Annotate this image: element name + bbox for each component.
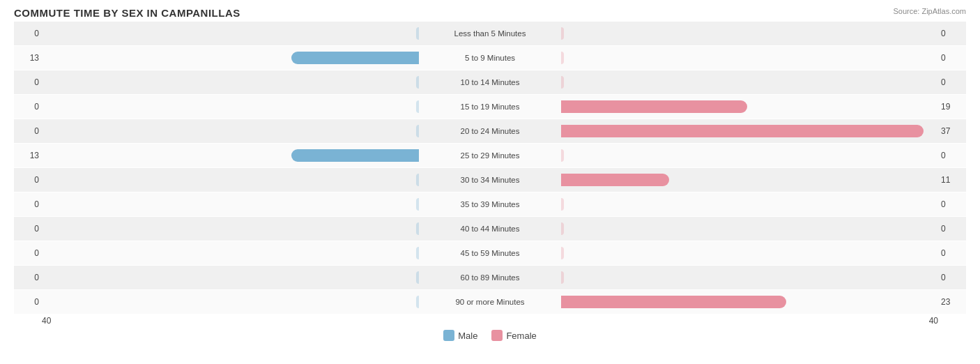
female-value: 0 [938, 248, 966, 258]
female-bar-area [560, 271, 938, 284]
row-label: 35 to 39 Minutes [420, 200, 560, 208]
bars-section: 20 to 24 Minutes [42, 119, 938, 143]
male-value: 0 [14, 297, 42, 307]
male-bar [416, 27, 419, 40]
female-bar [561, 222, 564, 235]
male-bar [291, 149, 419, 162]
row-label: 25 to 29 Minutes [420, 151, 560, 160]
chart-row: 0 20 to 24 Minutes 37 [14, 119, 966, 143]
chart-row: 0 35 to 39 Minutes 0 [14, 192, 966, 216]
chart-area: 0 Less than 5 Minutes 0 13 5 to 9 Minute… [14, 22, 966, 314]
male-value: 0 [14, 29, 42, 38]
female-color-box [491, 330, 503, 341]
legend-female: Female [491, 330, 536, 341]
female-value: 11 [938, 175, 966, 185]
chart-row: 0 10 to 14 Minutes 0 [14, 70, 966, 94]
legend-male: Male [443, 330, 477, 341]
female-value: 0 [938, 151, 966, 160]
female-bar-area [560, 52, 938, 64]
female-value: 0 [938, 77, 966, 87]
female-value: 0 [938, 53, 966, 63]
male-bar-area [42, 52, 420, 64]
row-label: 20 to 24 Minutes [420, 127, 560, 135]
chart-row: 0 45 to 59 Minutes 0 [14, 241, 966, 265]
female-value: 0 [938, 29, 966, 38]
row-label: 40 to 44 Minutes [420, 225, 560, 233]
female-bar-area [560, 27, 938, 40]
bars-section: 5 to 9 Minutes [42, 46, 938, 70]
row-label: 10 to 14 Minutes [420, 78, 560, 86]
female-bar-area [560, 222, 938, 235]
bars-section: 90 or more Minutes [42, 290, 938, 314]
female-bar [561, 149, 564, 162]
chart-row: 13 25 to 29 Minutes 0 [14, 144, 966, 167]
male-value: 0 [14, 273, 42, 282]
chart-row: 13 5 to 9 Minutes 0 [14, 46, 966, 70]
axis-right-value: 40 [929, 316, 938, 326]
male-bar-area [42, 174, 420, 186]
female-bar-area [560, 76, 938, 89]
bars-section: 15 to 19 Minutes [42, 95, 938, 119]
female-bar [561, 100, 747, 113]
female-value: 0 [938, 224, 966, 234]
male-bar-area [42, 100, 420, 113]
female-bar [561, 52, 564, 64]
male-value: 0 [14, 224, 42, 234]
female-value: 0 [938, 273, 966, 282]
female-bar [561, 198, 564, 211]
row-label: 90 or more Minutes [420, 298, 560, 306]
chart-row: 0 90 or more Minutes 23 [14, 290, 966, 314]
chart-row: 0 15 to 19 Minutes 19 [14, 95, 966, 119]
male-bar-area [42, 76, 420, 89]
male-bar [416, 198, 419, 211]
male-bar-area [42, 149, 420, 162]
chart-row: 0 30 to 34 Minutes 11 [14, 168, 966, 192]
row-label: 5 to 9 Minutes [420, 54, 560, 62]
male-value: 0 [14, 126, 42, 136]
bars-section: 40 to 44 Minutes [42, 217, 938, 241]
male-bar-area [42, 198, 420, 211]
male-color-box [443, 330, 454, 341]
female-bar-area [560, 247, 938, 259]
male-bar-area [42, 222, 420, 235]
female-value: 37 [938, 126, 966, 136]
male-bar [416, 76, 419, 89]
male-bar [416, 296, 419, 308]
female-bar [561, 27, 564, 40]
bars-section: 45 to 59 Minutes [42, 241, 938, 265]
female-bar-area [560, 198, 938, 211]
male-value: 0 [14, 102, 42, 112]
bars-section: 30 to 34 Minutes [42, 168, 938, 192]
row-label: 30 to 34 Minutes [420, 176, 560, 184]
male-value: 13 [14, 151, 42, 160]
bars-section: Less than 5 Minutes [42, 22, 938, 45]
row-label: 45 to 59 Minutes [420, 249, 560, 257]
female-bar-area [560, 296, 938, 308]
female-value: 19 [938, 102, 966, 112]
female-bar [561, 125, 924, 137]
row-label: 15 to 19 Minutes [420, 103, 560, 111]
male-value: 0 [14, 248, 42, 258]
female-bar-area [560, 100, 938, 113]
bars-section: 10 to 14 Minutes [42, 70, 938, 94]
chart-row: 0 60 to 89 Minutes 0 [14, 266, 966, 289]
female-bar [561, 271, 564, 284]
bars-section: 35 to 39 Minutes [42, 192, 938, 216]
female-bar [561, 296, 786, 308]
male-bar [416, 125, 419, 137]
chart-row: 0 40 to 44 Minutes 0 [14, 217, 966, 241]
male-bar-area [42, 296, 420, 308]
axis-left-value: 40 [42, 316, 51, 326]
male-value: 0 [14, 175, 42, 185]
male-bar [416, 271, 419, 284]
female-bar-area [560, 149, 938, 162]
legend: Male Female [14, 330, 966, 341]
male-label: Male [458, 331, 477, 341]
chart-container: COMMUTE TIME BY SEX IN CAMPANILLAS Sourc… [0, 0, 980, 364]
male-bar [416, 100, 419, 113]
male-value: 0 [14, 199, 42, 209]
bars-section: 25 to 29 Minutes [42, 144, 938, 167]
female-bar [561, 247, 564, 259]
male-bar-area [42, 271, 420, 284]
male-bar-area [42, 247, 420, 259]
